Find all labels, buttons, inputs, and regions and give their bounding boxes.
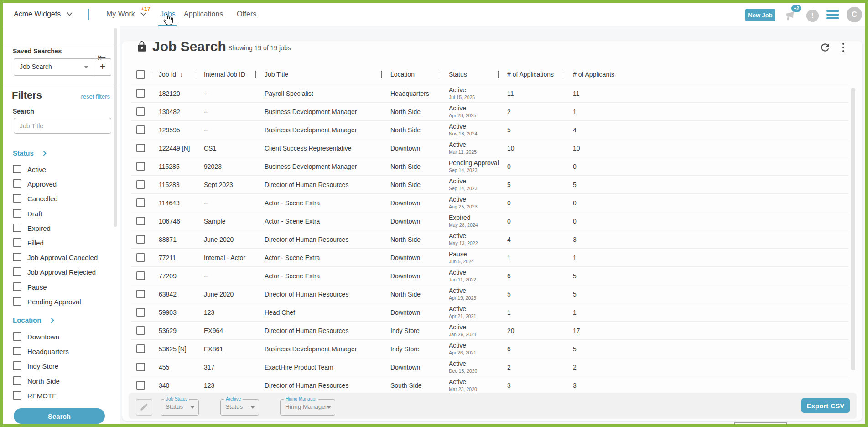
cell-applicants: 1 [573, 103, 577, 121]
hiring-manager-select[interactable]: Hiring Manager Hiring Manager [280, 399, 335, 416]
table-row[interactable]: 53625 [N]EX861Business Development Manag… [131, 339, 848, 358]
filter-option[interactable]: Job Approval Rejected [13, 267, 96, 276]
filter-option[interactable]: Approved [13, 179, 57, 188]
export-csv-button[interactable]: Export CSV [801, 398, 850, 413]
reset-filters-link[interactable]: reset filters [81, 93, 110, 100]
nav-item-offers[interactable]: Offers [237, 3, 256, 26]
row-checkbox[interactable] [136, 344, 145, 353]
checkbox[interactable] [13, 282, 21, 291]
row-checkbox[interactable] [136, 253, 145, 262]
nav-item-jobs[interactable]: Jobs [160, 3, 176, 26]
table-row[interactable]: 340123Director of Human ResourcesSouth S… [131, 376, 848, 395]
edit-button[interactable] [136, 399, 152, 416]
row-checkbox[interactable] [136, 162, 145, 171]
megaphone-icon[interactable] [784, 10, 795, 22]
nav-item-applications[interactable]: Applications [184, 3, 223, 26]
row-checkbox[interactable] [136, 125, 145, 134]
filter-option[interactable]: Job Approval Canceled [13, 253, 98, 262]
row-checkbox[interactable] [136, 271, 145, 280]
checkbox[interactable] [13, 391, 21, 400]
cell-title: Director of Human Resources [265, 176, 348, 194]
add-saved-search-button[interactable]: + [94, 59, 111, 75]
job-status-select[interactable]: Job Status Status [161, 399, 199, 416]
table-row[interactable]: 77209--Actor - Scene ExtraDowntownActive… [131, 266, 848, 285]
filter-option[interactable]: Filled [13, 238, 44, 247]
filter-option[interactable]: Draft [13, 209, 42, 218]
filter-option[interactable]: Expired [13, 224, 51, 233]
table-row[interactable]: 11528592023Business Development ManagerN… [131, 157, 848, 176]
checkbox[interactable] [13, 165, 21, 173]
checkbox[interactable] [13, 194, 21, 203]
sidebar-search-button[interactable]: Search [14, 408, 105, 424]
row-checkbox[interactable] [136, 217, 145, 225]
filters-title: Filters [12, 89, 42, 101]
cell-title: ExactHire Product Team [265, 358, 333, 376]
table-row[interactable]: 53629EX964Director of Human ResourcesInd… [131, 321, 848, 340]
table-scrollbar[interactable] [851, 88, 855, 370]
row-checkbox[interactable] [136, 363, 145, 371]
table-row[interactable]: 106746SampleActor - Scene ExtraDowntownE… [131, 212, 848, 230]
sidebar-scrollbar[interactable] [114, 28, 117, 227]
table-row[interactable]: 122449 [N]CS1Client Success Representati… [131, 139, 848, 157]
table-row[interactable]: 88871June 2020Director of Human Resource… [131, 230, 848, 249]
notification-count-badge: +2 [791, 5, 801, 12]
alert-seal-icon[interactable]: ! [806, 10, 819, 22]
checkbox[interactable] [13, 347, 21, 355]
row-checkbox[interactable] [136, 107, 145, 116]
location-section-header[interactable]: Location [13, 316, 53, 324]
row-checkbox[interactable] [136, 290, 145, 298]
checkbox[interactable] [13, 297, 21, 306]
filter-option[interactable]: Active [13, 165, 46, 174]
avatar[interactable]: C [847, 7, 862, 22]
cell-job_id: 455 [159, 358, 169, 376]
cell-location: Downtown [390, 249, 420, 267]
table-row[interactable]: 77211Internal - ActorActor - Scene Extra… [131, 248, 848, 267]
row-checkbox[interactable] [136, 180, 145, 189]
row-checkbox[interactable] [136, 89, 145, 98]
row-checkbox[interactable] [136, 326, 145, 335]
cell-applicants: 5 [573, 267, 577, 285]
row-checkbox[interactable] [136, 381, 145, 390]
company-selector[interactable]: Acme Widgets [14, 3, 72, 26]
filter-option[interactable]: Indy Store [13, 361, 58, 370]
checkbox[interactable] [13, 376, 21, 385]
checkbox[interactable] [13, 361, 21, 370]
row-checkbox[interactable] [136, 198, 145, 207]
row-checkbox[interactable] [136, 235, 145, 244]
archive-select[interactable]: Archive Status [220, 399, 259, 416]
filter-option[interactable]: Headquarters [13, 347, 69, 356]
status-date: Nov 18, 2024 [449, 131, 477, 136]
cell-applications: 3 [507, 376, 511, 395]
table-row[interactable]: 63842June 2020Director of Human Resource… [131, 285, 848, 303]
checkbox[interactable] [13, 267, 21, 276]
checkbox[interactable] [13, 179, 21, 188]
checkbox[interactable] [13, 209, 21, 218]
table-row[interactable]: 129595--Business Development ManagerNort… [131, 120, 848, 139]
filter-option[interactable]: REMOTE [13, 391, 57, 400]
table-row[interactable]: 455317ExactHire Product TeamDowntownActi… [131, 358, 848, 376]
filter-option[interactable]: Cancelled [13, 194, 58, 203]
table-row[interactable]: 115283Sept 2023Director of Human Resourc… [131, 175, 848, 194]
table-row[interactable]: 114643--Actor - Scene ExtraDowntownActiv… [131, 193, 848, 212]
saved-search-select[interactable]: Job Search [14, 59, 94, 75]
filter-option[interactable]: Pending Approval [13, 297, 81, 306]
cell-internal_id: -- [204, 103, 208, 121]
checkbox[interactable] [13, 224, 21, 232]
filter-option[interactable]: Pause [13, 282, 47, 292]
cell-title: Actor - Scene Extra [265, 212, 320, 230]
checkbox[interactable] [13, 253, 21, 261]
filter-option[interactable]: North Side [13, 376, 60, 385]
nav-item-my-work[interactable]: My Work [106, 3, 146, 26]
job-title-input[interactable] [14, 118, 111, 134]
row-checkbox[interactable] [136, 144, 145, 152]
new-job-button[interactable]: New Job [745, 9, 775, 21]
table-row[interactable]: 59903123Head ChefDowntownActiveApr 21, 2… [131, 303, 848, 322]
table-row[interactable]: 130482--Business Development ManagerNort… [131, 102, 848, 121]
status-section-header[interactable]: Status [13, 149, 46, 157]
table-row[interactable]: 182120--Payroll SpecialistHeadquartersAc… [131, 84, 848, 103]
checkbox[interactable] [13, 332, 21, 341]
row-checkbox[interactable] [136, 308, 145, 317]
checkbox[interactable] [13, 238, 21, 247]
filter-option[interactable]: Downtown [13, 332, 59, 341]
hamburger-menu-icon[interactable] [826, 10, 839, 19]
